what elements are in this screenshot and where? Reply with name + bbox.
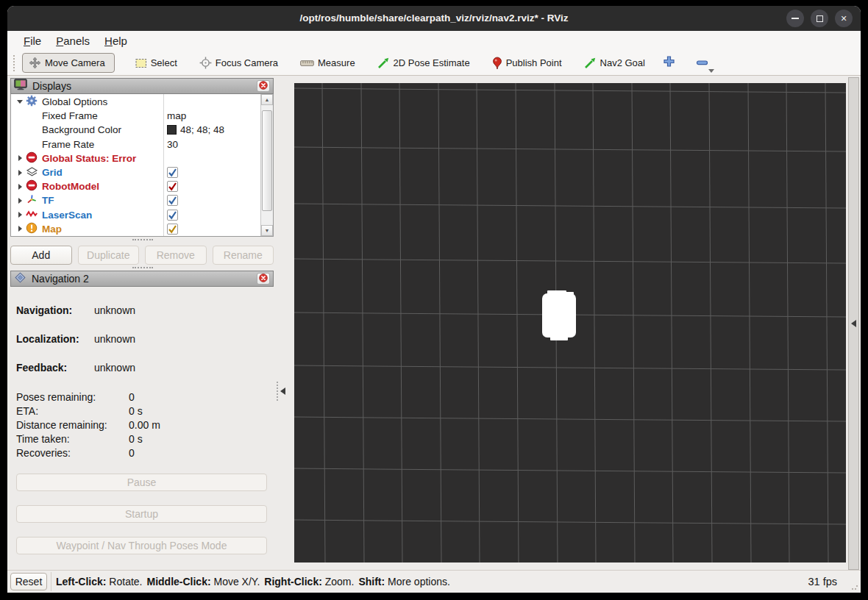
property-value[interactable] [167, 167, 178, 178]
display-row-grid[interactable]: Grid [11, 165, 261, 179]
display-label: RobotModel [42, 181, 99, 192]
tool-measure[interactable]: Measure [296, 54, 360, 71]
tool-publish-point[interactable]: Publish Point [488, 54, 566, 73]
expand-arrow[interactable] [14, 212, 26, 218]
error-icon [26, 151, 38, 165]
nav-metric-row: ETA: [16, 405, 38, 417]
toolbar-drag-handle[interactable] [13, 55, 16, 71]
menu-help[interactable]: Help [97, 33, 135, 49]
pause-button: Pause [16, 474, 267, 491]
displays-scrollbar[interactable]: ▲ ▼ [260, 94, 273, 236]
menu-panels[interactable]: Panels [49, 33, 97, 49]
expand-arrow[interactable] [14, 170, 26, 176]
displays-panel-title: Displays [32, 80, 257, 92]
expand-arrow[interactable] [14, 226, 26, 232]
close-icon [259, 272, 268, 285]
close-button[interactable]: ✕ [835, 10, 853, 27]
maximize-button[interactable] [811, 10, 828, 27]
splitter-handle[interactable] [132, 239, 153, 240]
displays-close-button[interactable] [257, 80, 270, 92]
display-label: Map [42, 224, 62, 235]
reset-button[interactable]: Reset [10, 573, 47, 590]
add-tool-button[interactable] [663, 55, 675, 71]
nav-status-value: unknown [94, 304, 135, 316]
property-value[interactable] [167, 210, 178, 221]
display-row-robotmodel[interactable]: RobotModel [11, 179, 261, 193]
displays-button-row: AddDuplicateRemoveRename [10, 246, 274, 265]
tool-select[interactable]: Select [131, 54, 182, 71]
tool-nav2-goal[interactable]: Nav2 Goal [580, 54, 650, 72]
display-row-tf[interactable]: TF [11, 193, 261, 207]
toolbar: Move CameraSelectFocus CameraMeasure2D P… [7, 51, 861, 76]
remove-tool-button[interactable] [696, 57, 708, 70]
expand-arrow[interactable] [14, 198, 26, 204]
expand-arrow[interactable] [14, 100, 26, 104]
visibility-checkbox[interactable] [167, 210, 178, 221]
add-button[interactable]: Add [10, 246, 72, 265]
clipped-icon-cell [26, 236, 42, 237]
minimize-button[interactable] [786, 10, 804, 27]
visibility-checkbox[interactable] [167, 167, 178, 178]
splitter-dots [277, 382, 278, 401]
property-value[interactable]: map [167, 110, 186, 121]
render-view-3d[interactable] [294, 83, 846, 562]
scroll-down-button[interactable]: ▼ [261, 225, 273, 236]
window-controls: ✕ [786, 10, 853, 27]
tool-label: Nav2 Goal [600, 57, 645, 68]
hint-key: Shift: [358, 576, 385, 588]
visibility-checkbox[interactable] [167, 195, 178, 206]
laser-scan-cell [26, 208, 42, 222]
nav2-diamond-icon [14, 271, 26, 287]
scroll-up-button[interactable]: ▲ [261, 94, 273, 105]
resize-grip[interactable] [851, 583, 858, 590]
pose-arrow-icon [377, 57, 390, 69]
chevron-down-icon [17, 100, 23, 104]
rviz-window: /opt/ros/humble/share/clearpath_viz/rviz… [7, 6, 861, 593]
nav-status-row: Localization: [16, 333, 79, 345]
robot-footprint [542, 290, 576, 340]
hint-key: Left-Click: [56, 576, 106, 588]
property-value[interactable]: 30 [167, 139, 178, 150]
measure-icon [300, 59, 314, 68]
nav2-close-button[interactable] [257, 273, 270, 285]
expand-arrow[interactable] [14, 184, 26, 190]
title-bar[interactable]: /opt/ros/humble/share/clearpath_viz/rviz… [7, 6, 861, 31]
nav-metric-label: Recoveries: [16, 447, 71, 459]
property-value[interactable]: 48; 48; 48 [167, 124, 224, 135]
displays-panel-header[interactable]: Displays [10, 78, 274, 94]
menu-file[interactable]: File [16, 33, 49, 49]
splitter-handle[interactable] [132, 267, 153, 268]
dropdown-caret-icon[interactable] [708, 69, 714, 73]
right-panel-collapsed-splitter[interactable] [848, 77, 859, 570]
property-value[interactable] [167, 195, 178, 206]
display-row-map[interactable]: Map [11, 222, 261, 236]
display-row-laserscan[interactable]: LaserScan [11, 208, 261, 222]
scroll-thumb[interactable] [262, 110, 272, 211]
display-row-background-color[interactable]: Background Color48; 48; 48 [11, 123, 261, 137]
display-row-global-options[interactable]: Global Options [11, 95, 261, 109]
tool-focus-camera[interactable]: Focus Camera [195, 54, 282, 72]
nav2-diamond-icon [14, 274, 26, 286]
nav-metric-label: ETA: [16, 405, 38, 417]
nav2-panel-header[interactable]: Navigation 2 [10, 271, 274, 287]
displays-monitor-icon [14, 80, 27, 93]
nav-status-label: Localization: [16, 333, 79, 345]
mouse-hints: Left-Click: Rotate.Middle-Click: Move X/… [56, 571, 455, 593]
property-value[interactable] [167, 181, 178, 192]
display-row-fixed-frame[interactable]: Fixed Framemap [11, 109, 261, 123]
visibility-checkbox[interactable] [167, 181, 178, 192]
tool-label: Move Camera [45, 57, 105, 68]
expand-arrow[interactable] [14, 155, 26, 161]
tool-move-camera[interactable]: Move Camera [22, 53, 115, 73]
display-row-frame-rate[interactable]: Frame Rate30 [11, 138, 261, 151]
display-label: Fixed Frame [42, 110, 98, 121]
display-row-global-status-error[interactable]: Global Status: Error [11, 151, 261, 165]
tool-label: Focus Camera [216, 57, 278, 68]
nav-status-row: Feedback: [16, 362, 67, 374]
visibility-checkbox[interactable] [167, 224, 178, 235]
nav-metric-value: 0 s [129, 433, 143, 445]
display-row-clipped [11, 236, 261, 237]
tool-2d-pose-estimate[interactable]: 2D Pose Estimate [373, 54, 474, 72]
left-splitter-collapse[interactable] [277, 382, 285, 401]
property-value[interactable] [167, 224, 178, 235]
